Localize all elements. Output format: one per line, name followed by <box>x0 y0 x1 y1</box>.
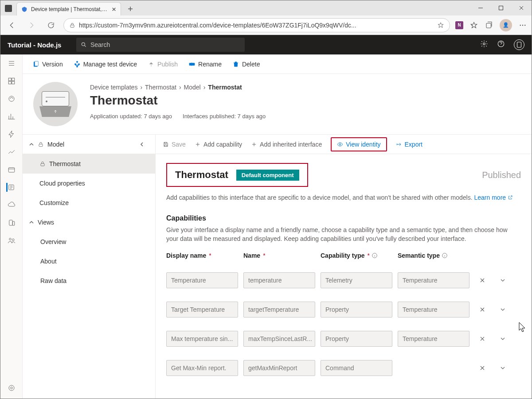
export-button[interactable]: Export <box>396 141 422 148</box>
remove-capability-button[interactable] <box>475 364 490 372</box>
svg-rect-17 <box>9 220 12 225</box>
rail-data-icon[interactable] <box>7 165 16 174</box>
tree-view-about[interactable]: About <box>23 252 155 271</box>
cap-semantic-field[interactable]: Temperature <box>398 302 469 318</box>
save-button: Save <box>163 141 186 148</box>
cap-name-field[interactable]: getMaxMinReport <box>243 360 315 376</box>
maximize-button[interactable] <box>491 0 511 15</box>
expand-capability-button[interactable] <box>495 364 510 372</box>
cap-name-field[interactable]: targetTemperature <box>243 302 315 318</box>
expand-capability-button[interactable] <box>495 277 510 284</box>
component-title-box: Thermostat Default component <box>166 163 308 187</box>
rail-settings-icon[interactable] <box>7 384 16 392</box>
expand-capability-button[interactable] <box>495 306 510 313</box>
published-label: Published <box>482 170 521 180</box>
col-capability-type: Capability type* <box>321 252 392 259</box>
svg-rect-2 <box>486 23 491 28</box>
close-window-button[interactable] <box>511 0 532 15</box>
new-tab-button[interactable] <box>126 5 134 13</box>
collapse-tree-button[interactable] <box>135 142 149 147</box>
capability-row: Target TemperaturetargetTemperaturePrope… <box>166 302 521 318</box>
info-icon[interactable] <box>372 252 378 259</box>
refresh-button[interactable] <box>44 18 58 32</box>
cap-display-field[interactable]: Target Temperature <box>166 302 238 318</box>
svg-point-22 <box>10 387 12 389</box>
expand-capability-button[interactable] <box>495 335 510 342</box>
view-identity-button[interactable]: View identity <box>331 137 387 151</box>
rename-button[interactable]: Rename <box>188 61 222 68</box>
svg-point-20 <box>12 239 14 241</box>
chevron-up-icon <box>29 142 34 147</box>
cap-type-field[interactable]: Command <box>321 360 392 376</box>
tree-item-views[interactable]: Views <box>23 213 155 232</box>
capability-row: TemperaturetemperatureTelemetryTemperatu… <box>166 272 521 288</box>
learn-more-link[interactable]: Learn more <box>474 194 513 201</box>
tree-item-thermostat[interactable]: Thermostat <box>23 154 155 174</box>
cap-type-field[interactable]: Telemetry <box>321 272 392 288</box>
crumb-0[interactable]: Device templates <box>90 84 137 91</box>
tree-view-overview[interactable]: Overview <box>23 232 155 252</box>
rail-templates-icon[interactable] <box>6 183 15 192</box>
favorites-icon[interactable] <box>469 21 478 30</box>
rail-admin-icon[interactable] <box>7 218 16 227</box>
version-button[interactable]: Version <box>32 61 63 68</box>
svg-point-6 <box>82 43 85 46</box>
cap-name-field[interactable]: temperature <box>243 272 315 288</box>
remove-capability-button[interactable] <box>475 335 490 342</box>
search-placeholder: Search <box>90 41 110 48</box>
rail-analytics-icon[interactable] <box>7 112 16 121</box>
minimize-button[interactable] <box>470 0 491 15</box>
rail-export-icon[interactable] <box>7 201 16 209</box>
tree-item-customize[interactable]: Customize <box>23 193 155 213</box>
favicon-icon <box>21 6 27 12</box>
add-capability-button[interactable]: Add capability <box>195 141 242 148</box>
delete-button[interactable]: Delete <box>232 61 260 68</box>
search-icon <box>81 42 87 48</box>
cap-display-field[interactable]: Temperature <box>166 272 238 288</box>
tab-close-icon[interactable] <box>112 7 116 12</box>
cap-display-field[interactable]: Get Max-Min report. <box>166 360 238 376</box>
remove-capability-button[interactable] <box>475 277 490 284</box>
more-icon[interactable] <box>518 21 527 30</box>
capability-row: Max temperature sin...maxTempSinceLastR.… <box>166 331 521 347</box>
rail-menu-icon[interactable] <box>7 59 16 68</box>
tab-title: Device template | Thermostat, Tu <box>31 6 108 12</box>
svg-point-14 <box>9 96 14 101</box>
rail-rules-icon[interactable] <box>7 130 16 139</box>
account-badge[interactable] <box>514 39 524 50</box>
tree-item-cloud-properties[interactable]: Cloud properties <box>23 174 155 193</box>
url-input[interactable]: https://custom-7rn3ymv9nm.azureiotcentra… <box>63 18 450 32</box>
tree-view-raw-data[interactable]: Raw data <box>23 271 155 291</box>
cap-semantic-field[interactable]: Temperature <box>398 272 469 288</box>
browser-titlebar: Device template | Thermostat, Tu <box>0 0 532 15</box>
profile-avatar[interactable]: 👤 <box>500 19 512 31</box>
main-panel: Save Add capability Add inherited interf… <box>156 135 532 399</box>
settings-button[interactable] <box>480 40 488 50</box>
rail-jobs-icon[interactable] <box>7 147 16 156</box>
add-inherited-button[interactable]: Add inherited interface <box>251 141 322 148</box>
cap-type-field[interactable]: Property <box>321 302 392 318</box>
meta-updated: Application updated: 7 days ago <box>90 113 172 120</box>
cap-semantic-field[interactable]: Temperature <box>398 331 469 347</box>
info-icon[interactable] <box>442 252 448 259</box>
back-button[interactable] <box>5 18 19 32</box>
search-input[interactable]: Search <box>76 38 245 52</box>
lock-icon <box>69 22 75 28</box>
help-button[interactable] <box>497 40 505 50</box>
browser-tab[interactable]: Device template | Thermostat, Tu <box>16 2 121 15</box>
remove-capability-button[interactable] <box>475 306 490 313</box>
crumb-1[interactable]: Thermostat <box>145 84 176 91</box>
cap-display-field[interactable]: Max temperature sin... <box>166 331 238 347</box>
onenote-icon[interactable]: N <box>455 21 463 29</box>
rail-users-icon[interactable] <box>7 236 16 245</box>
lock-icon <box>39 161 46 167</box>
collections-icon[interactable] <box>485 21 493 30</box>
cap-type-field[interactable]: Property <box>321 331 392 347</box>
rail-devices-icon[interactable] <box>7 94 16 103</box>
favorite-icon[interactable] <box>437 22 444 29</box>
crumb-2[interactable]: Model <box>184 84 201 91</box>
rail-dashboard-icon[interactable] <box>7 77 16 85</box>
manage-test-device-button[interactable]: Manage test device <box>74 61 137 68</box>
tree-root-model[interactable]: Model <box>23 135 155 154</box>
cap-name-field[interactable]: maxTempSinceLastR... <box>243 331 315 347</box>
